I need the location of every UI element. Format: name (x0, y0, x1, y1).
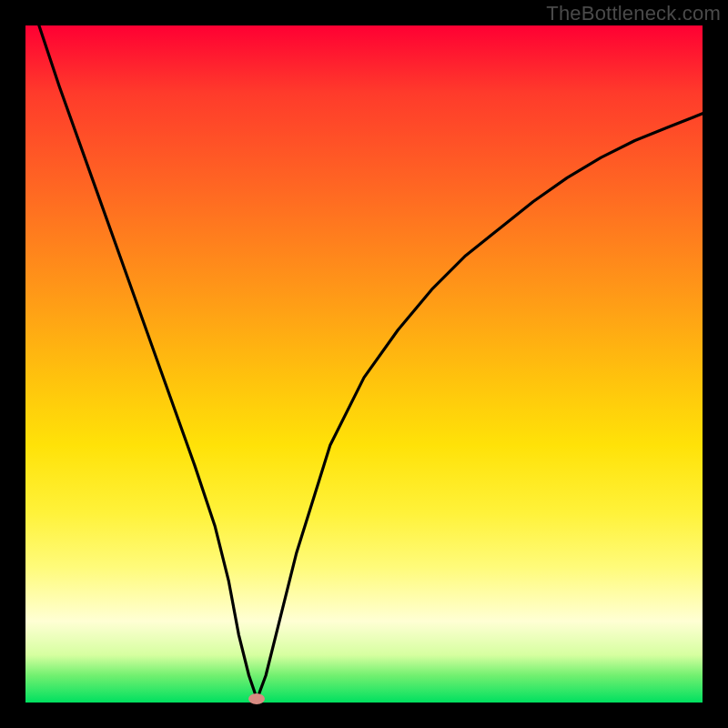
plot-area (25, 25, 703, 703)
watermark-text: TheBottleneck.com (546, 2, 721, 25)
minimum-marker (248, 693, 265, 704)
chart-frame: TheBottleneck.com (0, 0, 728, 728)
curve-svg (25, 25, 703, 703)
